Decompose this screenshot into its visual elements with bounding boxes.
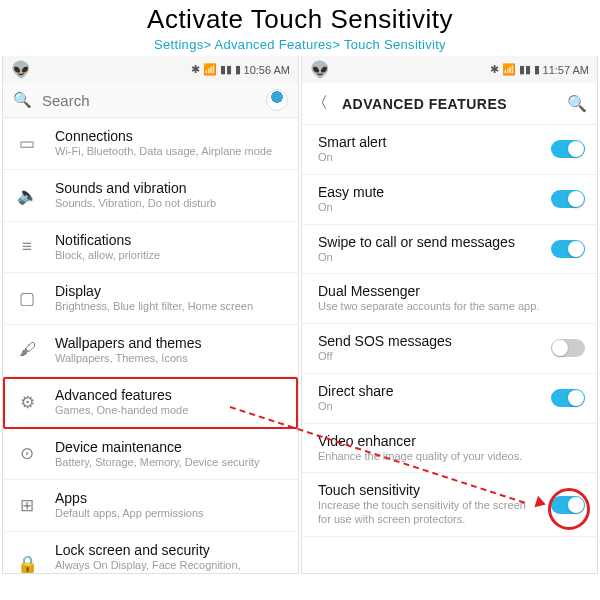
row-swipe-call[interactable]: Swipe to call or send messagesOn bbox=[302, 225, 597, 275]
label: Smart alert bbox=[318, 134, 541, 150]
row-lock-screen[interactable]: 🔒 Lock screen and securityAlways On Disp… bbox=[3, 532, 298, 574]
notifications-icon: ≡ bbox=[22, 237, 32, 257]
apps-icon: ⊞ bbox=[20, 495, 34, 516]
toggle-touch-sensitivity[interactable] bbox=[551, 496, 585, 514]
clock-left: 10:56 AM bbox=[244, 64, 290, 76]
row-connections[interactable]: ▭ ConnectionsWi-Fi, Bluetooth, Data usag… bbox=[3, 118, 298, 170]
label: Lock screen and security bbox=[55, 542, 286, 558]
settings-screen: 👽 ✱ 📶 ▮▮ ▮ 10:56 AM 🔍 ▭ ConnectionsWi-Fi… bbox=[2, 56, 299, 574]
breadcrumb: Settings> Advanced Features> Touch Sensi… bbox=[0, 37, 600, 52]
row-smart-alert[interactable]: Smart alertOn bbox=[302, 125, 597, 175]
wifi-icon: 📶 bbox=[502, 63, 516, 76]
page-title: Activate Touch Sensitivity bbox=[0, 4, 600, 35]
toggle-sos[interactable] bbox=[551, 339, 585, 357]
adv-header: 〈 ADVANCED FEATURES 🔍 bbox=[302, 83, 597, 125]
label: Apps bbox=[55, 490, 286, 506]
avatar[interactable] bbox=[266, 89, 288, 111]
battery-icon: ▮ bbox=[235, 63, 241, 76]
reddit-icon: 👽 bbox=[11, 60, 31, 79]
bluetooth-icon: ✱ bbox=[191, 63, 200, 76]
row-sounds[interactable]: 🔈 Sounds and vibrationSounds, Vibration,… bbox=[3, 170, 298, 222]
sub: Block, allow, prioritize bbox=[55, 249, 286, 263]
toggle-easy-mute[interactable] bbox=[551, 190, 585, 208]
sub: On bbox=[318, 151, 541, 165]
sub: On bbox=[318, 201, 541, 215]
connections-icon: ▭ bbox=[19, 133, 35, 154]
sub: Games, One-handed mode bbox=[55, 404, 286, 418]
sub: Use two separate accounts for the same a… bbox=[318, 300, 585, 314]
display-icon: ▢ bbox=[19, 288, 35, 309]
search-input[interactable] bbox=[42, 92, 256, 109]
wallpaper-icon: 🖌 bbox=[19, 340, 36, 360]
row-wallpapers[interactable]: 🖌 Wallpapers and themesWallpapers, Theme… bbox=[3, 325, 298, 377]
adv-title: ADVANCED FEATURES bbox=[342, 96, 553, 112]
label: Easy mute bbox=[318, 184, 541, 200]
row-display[interactable]: ▢ DisplayBrightness, Blue light filter, … bbox=[3, 273, 298, 325]
sub: Battery, Storage, Memory, Device securit… bbox=[55, 456, 286, 470]
row-notifications[interactable]: ≡ NotificationsBlock, allow, prioritize bbox=[3, 222, 298, 274]
label: Dual Messenger bbox=[318, 283, 585, 299]
reddit-icon: 👽 bbox=[310, 60, 330, 79]
sub: Brightness, Blue light filter, Home scre… bbox=[55, 300, 286, 314]
sound-icon: 🔈 bbox=[17, 185, 38, 206]
maintenance-icon: ⊙ bbox=[20, 443, 34, 464]
row-advanced-features[interactable]: ⚙ Advanced featuresGames, One-handed mod… bbox=[3, 377, 298, 429]
row-dual-messenger[interactable]: Dual MessengerUse two separate accounts … bbox=[302, 274, 597, 324]
sub: Off bbox=[318, 350, 541, 364]
label: Advanced features bbox=[55, 387, 286, 403]
status-bar-left: 👽 ✱ 📶 ▮▮ ▮ 10:56 AM bbox=[3, 56, 298, 83]
toggle-smart-alert[interactable] bbox=[551, 140, 585, 158]
row-direct-share[interactable]: Direct shareOn bbox=[302, 374, 597, 424]
label: Direct share bbox=[318, 383, 541, 399]
label: Notifications bbox=[55, 232, 286, 248]
toggle-direct-share[interactable] bbox=[551, 389, 585, 407]
back-icon[interactable]: 〈 bbox=[312, 93, 328, 114]
search-icon: 🔍 bbox=[13, 91, 32, 109]
battery-icon: ▮ bbox=[534, 63, 540, 76]
label: Connections bbox=[55, 128, 286, 144]
label: Swipe to call or send messages bbox=[318, 234, 541, 250]
row-touch-sensitivity[interactable]: Touch sensitivityIncrease the touch sens… bbox=[302, 473, 597, 537]
label: Wallpapers and themes bbox=[55, 335, 286, 351]
search-icon[interactable]: 🔍 bbox=[567, 94, 587, 113]
advanced-features-screen: 👽 ✱ 📶 ▮▮ ▮ 11:57 AM 〈 ADVANCED FEATURES … bbox=[301, 56, 598, 574]
sub: On bbox=[318, 251, 541, 265]
label: Display bbox=[55, 283, 286, 299]
sub: Always On Display, Face Recognition, Fin… bbox=[55, 559, 286, 574]
sub: Default apps, App permissions bbox=[55, 507, 286, 521]
toggle-swipe-call[interactable] bbox=[551, 240, 585, 258]
signal-icon: ▮▮ bbox=[220, 63, 232, 76]
row-device-maintenance[interactable]: ⊙ Device maintenanceBattery, Storage, Me… bbox=[3, 429, 298, 481]
sub: Enhance the image quality of your videos… bbox=[318, 450, 585, 464]
clock-right: 11:57 AM bbox=[543, 64, 589, 76]
signal-icon: ▮▮ bbox=[519, 63, 531, 76]
sub: Wallpapers, Themes, Icons bbox=[55, 352, 286, 366]
wifi-icon: 📶 bbox=[203, 63, 217, 76]
sub: Increase the touch sensitivity of the sc… bbox=[318, 499, 541, 527]
label: Device maintenance bbox=[55, 439, 286, 455]
search-row: 🔍 bbox=[3, 83, 298, 118]
label: Video enhancer bbox=[318, 433, 585, 449]
status-bar-right: 👽 ✱ 📶 ▮▮ ▮ 11:57 AM bbox=[302, 56, 597, 83]
row-easy-mute[interactable]: Easy muteOn bbox=[302, 175, 597, 225]
bluetooth-icon: ✱ bbox=[490, 63, 499, 76]
label: Touch sensitivity bbox=[318, 482, 541, 498]
label: Sounds and vibration bbox=[55, 180, 286, 196]
sub: Wi-Fi, Bluetooth, Data usage, Airplane m… bbox=[55, 145, 286, 159]
row-sos[interactable]: Send SOS messagesOff bbox=[302, 324, 597, 374]
row-video-enhancer[interactable]: Video enhancerEnhance the image quality … bbox=[302, 424, 597, 474]
row-apps[interactable]: ⊞ AppsDefault apps, App permissions bbox=[3, 480, 298, 532]
advanced-icon: ⚙ bbox=[20, 392, 35, 413]
label: Send SOS messages bbox=[318, 333, 541, 349]
sub: On bbox=[318, 400, 541, 414]
sub: Sounds, Vibration, Do not disturb bbox=[55, 197, 286, 211]
lock-icon: 🔒 bbox=[17, 554, 38, 574]
